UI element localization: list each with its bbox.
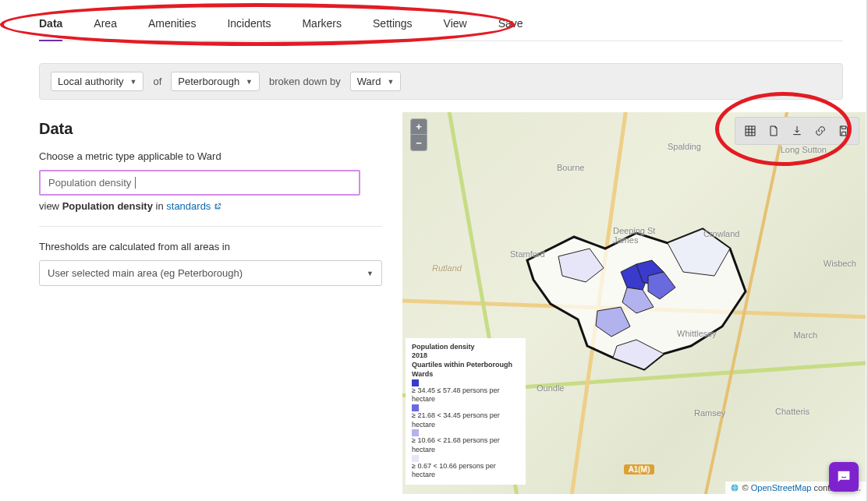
tab-save[interactable]: Save [498, 17, 523, 34]
map-label: Deeping St James [613, 226, 655, 245]
legend-swatch [412, 455, 419, 462]
legend-text: ≥ 34.45 ≤ 57.48 persons per hectare [412, 386, 519, 404]
view-metric: Population density [62, 200, 153, 212]
place-select-value: Peterborough [178, 76, 239, 87]
tab-markers[interactable]: Markers [302, 17, 342, 34]
external-link-icon [214, 200, 221, 212]
attribute-select-value: Local authority [58, 76, 124, 87]
chevron-down-icon: ▼ [246, 78, 253, 86]
help-widget[interactable] [829, 462, 859, 492]
map-canvas[interactable]: Holbeach Spalding Long Sutton Bourne Wis… [402, 112, 866, 494]
map-label: March [793, 330, 817, 340]
map-label: Bourne [557, 163, 584, 172]
legend-text: ≥ 21.68 < 34.45 persons per hectare [412, 411, 519, 429]
chevron-down-icon: ▼ [367, 270, 374, 277]
tab-view[interactable]: View [444, 17, 467, 34]
unit-select[interactable]: Ward ▼ [350, 72, 402, 91]
download-button[interactable] [785, 121, 809, 141]
tab-incidents[interactable]: Incidents [227, 17, 271, 34]
svg-point-2 [841, 474, 843, 475]
unit-select-value: Ward [357, 76, 381, 87]
metric-input[interactable]: Population density [39, 170, 360, 196]
map-label: Rutland [432, 263, 462, 273]
map-label: Ramsey [694, 408, 725, 418]
metric-input-value: Population density [48, 177, 131, 189]
filter-broken-label: broken down by [269, 76, 341, 87]
legend-title: Population density [412, 343, 519, 352]
map-label: Spalding [668, 142, 701, 151]
tab-data[interactable]: Data [39, 17, 62, 41]
map-label: Whittlesey [677, 329, 717, 338]
map-label: Oundle [537, 383, 564, 393]
attrib-copy: © [742, 483, 751, 492]
zoom-control: + − [410, 118, 427, 151]
map-label: Long Sutton [781, 145, 827, 154]
divider [39, 226, 382, 227]
standards-link[interactable]: standards [166, 200, 221, 212]
legend-text: ≥ 10.66 < 21.68 persons per hectare [412, 436, 519, 454]
map-label: Wisbech [824, 259, 856, 268]
zoom-out-button[interactable]: − [411, 135, 427, 150]
map-label: Chatteris [775, 407, 810, 416]
map-toolbar [735, 117, 859, 145]
legend-text: ≥ 0.67 < 10.66 persons per hectare [412, 462, 519, 480]
view-in: in [153, 200, 166, 212]
zoom-in-button[interactable]: + [411, 119, 427, 135]
osm-link[interactable]: OpenStreetMap [751, 483, 812, 492]
filter-bar: Local authority ▼ of Peterborough ▼ brok… [39, 63, 843, 100]
road-badge: A1(M) [624, 464, 654, 475]
map-label: Crowland [703, 229, 739, 238]
svg-rect-0 [746, 126, 755, 136]
globe-icon [730, 483, 739, 492]
threshold-select-value: User selected main area (eg Peterborough… [48, 267, 243, 279]
left-panel: Data Choose a metric type applicable to … [39, 112, 382, 494]
legend-swatch [412, 429, 419, 436]
attribute-select[interactable]: Local authority ▼ [51, 72, 143, 91]
map-panel: Holbeach Spalding Long Sutton Bourne Wis… [402, 112, 866, 494]
map-label: Stamford [510, 249, 545, 259]
filter-of-label: of [153, 76, 161, 87]
chevron-down-icon: ▼ [387, 78, 394, 86]
document-button[interactable] [762, 121, 785, 141]
threshold-label: Thresholds are calculated from all areas… [39, 241, 382, 252]
view-standards-line: view Population density in standards [39, 200, 382, 212]
metric-label: Choose a metric type applicable to Ward [39, 150, 382, 162]
save-button[interactable] [832, 121, 856, 141]
threshold-select[interactable]: User selected main area (eg Peterborough… [39, 260, 382, 286]
tab-amenities[interactable]: Amenities [148, 17, 196, 34]
tab-bar: Data Area Amenities Incidents Markers Se… [39, 17, 843, 41]
legend-swatch [412, 404, 419, 411]
chevron-down-icon: ▼ [130, 78, 137, 86]
legend-swatch [412, 379, 419, 386]
panel-title: Data [39, 120, 382, 138]
view-prefix: view [39, 200, 62, 212]
place-select[interactable]: Peterborough ▼ [171, 72, 260, 91]
legend-subtitle: Quartiles within Peterborough Wards [412, 361, 519, 379]
legend-year: 2018 [412, 351, 519, 361]
link-button[interactable] [809, 121, 832, 141]
tab-settings[interactable]: Settings [373, 17, 413, 34]
table-button[interactable] [739, 121, 762, 141]
tab-area[interactable]: Area [94, 17, 117, 34]
svg-point-3 [845, 474, 846, 475]
map-legend: Population density 2018 Quartiles within… [406, 338, 526, 485]
